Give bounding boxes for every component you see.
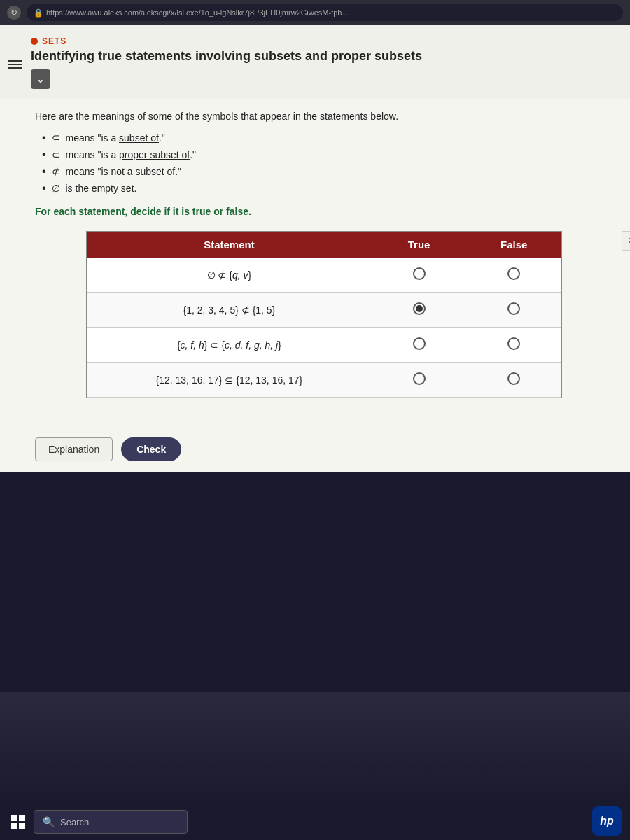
close-button[interactable]: × [622, 231, 630, 251]
statement-cell-4: {12, 13, 16, 17} ⊆ {12, 13, 16, 17} [87, 363, 372, 398]
sets-dot [31, 38, 38, 45]
taskbar-search[interactable]: 🔍 Search [34, 810, 188, 834]
statement-cell-1: ∅ ⊄ {q, v} [87, 258, 372, 293]
false-radio-btn-1[interactable] [507, 267, 520, 280]
symbol-item-proper-subset: • ⊂ means "is a proper subset of." [42, 148, 613, 161]
bullet-4: • [42, 182, 46, 195]
false-header: False [466, 232, 561, 258]
false-radio-2[interactable] [466, 293, 561, 328]
true-radio-btn-2[interactable] [413, 302, 426, 315]
check-button[interactable]: Check [121, 438, 181, 461]
false-radio-1[interactable] [466, 258, 561, 293]
false-radio-btn-4[interactable] [507, 372, 520, 385]
false-radio-btn-3[interactable] [507, 337, 520, 350]
explanation-button[interactable]: Explanation [35, 438, 113, 461]
lock-icon: 🔒 [34, 8, 43, 18]
true-radio-btn-4[interactable] [413, 372, 426, 385]
empty-set-symbol: ∅ [52, 183, 60, 194]
statement-cell-3: {c, f, h} ⊂ {c, d, f, g, h, j} [87, 328, 372, 363]
not-subset-desc: means "is not a subset of." [63, 166, 181, 177]
true-radio-btn-1[interactable] [413, 267, 426, 280]
header-area: SETS Identifying true statements involvi… [0, 25, 630, 99]
proper-subset-symbol: ⊂ [52, 149, 60, 160]
url-bar[interactable]: 🔒 https://www.awu.aleks.com/alekscgi/x/l… [27, 4, 623, 21]
false-radio-3[interactable] [466, 328, 561, 363]
true-header: True [372, 232, 467, 258]
table-row: {1, 2, 3, 4, 5} ⊄ {1, 5} [87, 293, 561, 328]
true-radio-btn-3[interactable] [413, 337, 426, 350]
main-content: SETS Identifying true statements involvi… [0, 25, 630, 472]
hamburger-menu[interactable] [8, 60, 22, 69]
symbol-item-subset: • ⊆ means "is a subset of." [42, 132, 613, 144]
empty-set-desc: is the empty set. [63, 183, 137, 194]
dark-area [0, 692, 630, 804]
bullet-1: • [42, 132, 46, 144]
table-row: {c, f, h} ⊂ {c, d, f, g, h, j} [87, 328, 561, 363]
hp-logo: hp [592, 806, 622, 836]
browser-back-icon[interactable]: ↻ [7, 6, 21, 20]
taskbar: 🔍 Search hp [0, 804, 630, 840]
table-header-row: Statement True False [87, 232, 561, 258]
true-radio-2[interactable] [372, 293, 467, 328]
false-radio-4[interactable] [466, 363, 561, 398]
table-row: ∅ ⊄ {q, v} [87, 258, 561, 293]
intro-text: Here are the meanings of some of the sym… [35, 111, 613, 122]
true-radio-1[interactable] [372, 258, 467, 293]
search-icon: 🔍 [43, 816, 55, 827]
subset-desc: means "is a subset of." [63, 132, 165, 144]
content-body: Here are the meanings of some of the sym… [0, 99, 630, 426]
table-row: {12, 13, 16, 17} ⊆ {12, 13, 16, 17} [87, 363, 561, 398]
sets-label: SETS [31, 36, 422, 46]
search-label: Search [60, 817, 89, 827]
true-radio-3[interactable] [372, 328, 467, 363]
proper-subset-desc: means "is a proper subset of." [63, 149, 196, 160]
windows-start-icon[interactable] [11, 815, 25, 829]
statements-table: Statement True False ∅ ⊄ {q, v} [86, 231, 562, 398]
symbol-item-empty-set: • ∅ is the empty set. [42, 182, 613, 195]
statement-cell-2: {1, 2, 3, 4, 5} ⊄ {1, 5} [87, 293, 372, 328]
bullet-2: • [42, 148, 46, 161]
not-subset-symbol: ⊄ [52, 166, 60, 177]
instruction-text: For each statement, decide if it is true… [35, 206, 613, 217]
url-text: https://www.awu.aleks.com/alekscgi/x/lsl… [46, 8, 349, 17]
statement-header: Statement [87, 232, 372, 258]
false-radio-btn-2[interactable] [507, 302, 520, 315]
bullet-3: • [42, 165, 46, 178]
page-title: Identifying true statements involving su… [31, 49, 422, 64]
symbol-list: • ⊆ means "is a subset of." • ⊂ means "i… [35, 132, 613, 195]
symbol-item-not-subset: • ⊄ means "is not a subset of." [42, 165, 613, 178]
subset-symbol: ⊆ [52, 132, 60, 144]
true-radio-4[interactable] [372, 363, 467, 398]
browser-bar: ↻ 🔒 https://www.awu.aleks.com/alekscgi/x… [0, 0, 630, 25]
table-wrapper: × Statement True False ∅ ⊄ {q, v} [35, 231, 613, 398]
bottom-buttons: Explanation Check [0, 426, 630, 472]
collapse-button[interactable]: ⌄ [31, 69, 50, 89]
sets-text: SETS [42, 36, 66, 46]
